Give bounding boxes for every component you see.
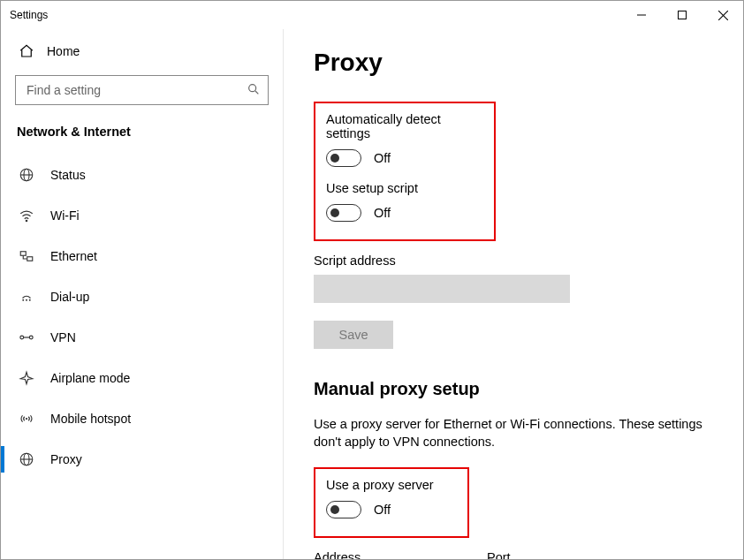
- svg-point-13: [26, 299, 27, 301]
- highlight-box-auto: Automatically detect settings Off Use se…: [314, 102, 496, 241]
- search-input-wrap[interactable]: [15, 75, 269, 105]
- ethernet-icon: [19, 248, 34, 264]
- auto-detect-label: Automatically detect settings: [326, 112, 483, 140]
- setup-script-row: Off: [326, 204, 483, 222]
- port-label: Port: [487, 550, 563, 559]
- address-label: Address: [314, 550, 455, 559]
- hotspot-icon: [19, 411, 34, 427]
- sidebar-item-vpn[interactable]: VPN: [1, 317, 283, 358]
- search-input[interactable]: [25, 82, 247, 98]
- save-button-label: Save: [338, 328, 368, 342]
- vpn-icon: [19, 329, 34, 345]
- sidebar-item-label: Mobile hotspot: [50, 412, 131, 426]
- maximize-button[interactable]: [662, 1, 702, 29]
- search-icon: [247, 82, 261, 99]
- sidebar-item-label: VPN: [50, 330, 76, 344]
- settings-window: Settings Home: [0, 0, 744, 560]
- use-proxy-state: Off: [374, 503, 391, 517]
- auto-detect-state: Off: [374, 151, 391, 165]
- home-icon: [19, 43, 34, 59]
- svg-line-5: [255, 91, 258, 94]
- window-controls: [621, 1, 743, 29]
- body: Home Network & Internet Status: [1, 29, 743, 559]
- content-pane: Proxy Automatically detect settings Off …: [284, 29, 743, 559]
- auto-detect-row: Off: [326, 149, 483, 167]
- close-button[interactable]: [702, 1, 743, 29]
- search-wrap: [1, 68, 283, 105]
- highlight-box-proxy: Use a proxy server Off: [314, 467, 469, 538]
- address-col: Address: [314, 550, 455, 559]
- dialup-icon: [19, 289, 34, 305]
- sidebar-item-proxy[interactable]: Proxy: [1, 439, 283, 480]
- script-address-label: Script address: [314, 254, 713, 268]
- sidebar-section-heading: Network & Internet: [1, 105, 283, 144]
- svg-point-12: [22, 299, 24, 301]
- sidebar-item-label: Dial-up: [50, 290, 89, 304]
- airplane-icon: [19, 370, 34, 386]
- manual-description: Use a proxy server for Ethernet or Wi-Fi…: [314, 415, 702, 451]
- svg-point-18: [26, 418, 27, 420]
- minimize-button[interactable]: [621, 1, 662, 29]
- svg-point-15: [20, 336, 24, 339]
- svg-point-14: [29, 299, 31, 301]
- sidebar-item-label: Ethernet: [50, 249, 97, 263]
- script-address-input[interactable]: [314, 275, 570, 303]
- page-title: Proxy: [314, 49, 713, 77]
- sidebar-nav: Status Wi-Fi Ethernet: [1, 155, 283, 480]
- setup-script-state: Off: [374, 206, 391, 220]
- status-icon: [19, 167, 34, 183]
- svg-rect-1: [679, 11, 687, 19]
- proxy-icon: [19, 451, 34, 467]
- home-nav[interactable]: Home: [1, 34, 283, 68]
- svg-point-4: [249, 84, 256, 91]
- sidebar-item-airplane[interactable]: Airplane mode: [1, 358, 283, 398]
- svg-point-16: [29, 336, 33, 339]
- sidebar: Home Network & Internet Status: [1, 29, 284, 559]
- port-col: Port: [487, 550, 563, 559]
- window-title: Settings: [10, 9, 48, 21]
- svg-rect-11: [27, 257, 33, 261]
- setup-script-toggle[interactable]: [326, 204, 361, 222]
- address-port-row: Address Port: [314, 550, 713, 559]
- auto-detect-toggle[interactable]: [326, 149, 361, 167]
- save-button[interactable]: Save: [314, 321, 393, 349]
- sidebar-item-label: Wi-Fi: [50, 208, 80, 223]
- setup-script-label: Use setup script: [326, 181, 483, 195]
- use-proxy-row: Off: [326, 501, 457, 518]
- titlebar: Settings: [1, 1, 743, 29]
- sidebar-item-hotspot[interactable]: Mobile hotspot: [1, 398, 283, 439]
- sidebar-item-label: Airplane mode: [50, 371, 130, 385]
- svg-point-9: [26, 220, 27, 222]
- sidebar-item-status[interactable]: Status: [1, 155, 283, 195]
- use-proxy-toggle[interactable]: [326, 501, 361, 518]
- sidebar-item-ethernet[interactable]: Ethernet: [1, 236, 283, 276]
- wifi-icon: [19, 208, 34, 223]
- sidebar-item-wifi[interactable]: Wi-Fi: [1, 195, 283, 236]
- manual-heading: Manual proxy setup: [314, 379, 713, 399]
- svg-rect-10: [20, 252, 26, 256]
- sidebar-item-label: Proxy: [50, 452, 82, 466]
- home-label: Home: [47, 44, 80, 58]
- sidebar-item-dialup[interactable]: Dial-up: [1, 276, 283, 317]
- sidebar-item-label: Status: [50, 168, 86, 182]
- use-proxy-label: Use a proxy server: [326, 478, 457, 492]
